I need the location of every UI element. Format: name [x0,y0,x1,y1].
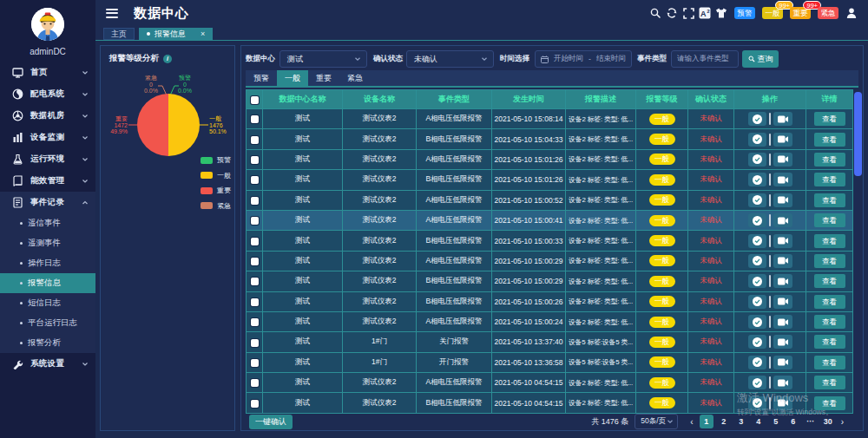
level-badge-button[interactable]: 重要99+ [790,7,811,19]
video-action-button[interactable] [773,234,792,248]
tab[interactable]: 重要 [308,70,339,86]
video-action-button[interactable] [773,153,792,167]
view-detail-button[interactable]: 查看 [814,234,845,248]
sidebar-menu-item[interactable]: 数据机房 [0,105,95,127]
view-detail-button[interactable]: 查看 [814,213,845,227]
search-icon[interactable] [649,7,661,19]
row-checkbox[interactable] [251,197,259,205]
page-number-button[interactable]: 5 [769,415,783,428]
confirm-action-button[interactable] [748,234,766,248]
scrollbar-thumb[interactable] [854,92,862,176]
sidebar-submenu-item[interactable]: 报警分析 [0,333,95,353]
sidebar-submenu-item[interactable]: 遥测事件 [0,233,95,253]
confirm-status-select[interactable]: 未确认 [406,50,494,68]
page-number-button[interactable]: ··· [804,415,818,428]
confirm-action-button[interactable] [748,153,766,167]
view-detail-button[interactable]: 查看 [814,356,845,369]
row-checkbox[interactable] [251,217,259,225]
row-checkbox[interactable] [251,400,259,408]
sidebar-menu-item-events[interactable]: 事件记录 [0,192,95,213]
confirm-action-button[interactable] [748,133,766,147]
confirm-action-button[interactable] [748,315,766,329]
confirm-action-button[interactable] [748,213,766,227]
sidebar-menu-item[interactable]: 首页 [0,62,95,83]
close-icon[interactable]: × [201,29,205,40]
video-action-button[interactable] [773,376,792,389]
page-number-button[interactable]: 2 [717,415,731,428]
legend-item[interactable]: 重要 [201,186,231,195]
confirm-all-button[interactable]: 一键确认 [249,415,293,429]
legend-item[interactable]: 一般 [201,171,231,180]
sidebar-menu-item[interactable]: 设备监测 [0,127,95,148]
confirm-action-button[interactable] [748,112,766,126]
level-badge-button[interactable]: 紧急 [818,7,838,19]
video-action-button[interactable] [773,274,792,288]
page-number-button[interactable]: 4 [752,415,766,428]
view-detail-button[interactable]: 查看 [814,335,845,349]
row-checkbox[interactable] [251,136,259,144]
scrollbar[interactable] [854,89,862,413]
video-action-button[interactable] [773,133,792,147]
view-detail-button[interactable]: 查看 [814,376,845,389]
video-action-button[interactable] [773,295,792,309]
date-range-input[interactable]: 开始时间 - 结束时间 [535,50,632,68]
video-action-button[interactable] [773,356,792,369]
next-page-button[interactable]: › [838,417,846,427]
video-action-button[interactable] [773,335,792,349]
confirm-action-button[interactable] [748,173,766,186]
view-detail-button[interactable]: 查看 [814,133,845,147]
confirm-action-button[interactable] [748,193,766,207]
tab[interactable]: 紧急 [339,70,371,86]
legend-item[interactable]: 紧急 [201,201,231,211]
video-action-button[interactable] [773,315,792,329]
prev-page-button[interactable]: ‹ [687,417,695,427]
sidebar-menu-item[interactable]: 运行环境 [0,148,95,170]
event-type-input[interactable]: 请输入事件类型 [671,50,739,68]
fullscreen-icon[interactable] [682,7,694,19]
level-badge-button[interactable]: 一般99+ [762,7,783,19]
level-badge-button[interactable]: 预警 [734,7,755,19]
page-number-button[interactable]: 30 [821,415,835,428]
sidebar-submenu-item[interactable]: 操作日志 [0,253,95,273]
theme-icon[interactable] [715,7,727,19]
confirm-action-button[interactable] [748,335,766,349]
view-detail-button[interactable]: 查看 [814,396,845,410]
avatar[interactable] [31,8,64,41]
video-action-button[interactable] [773,213,792,227]
confirm-action-button[interactable] [748,295,766,309]
row-checkbox[interactable] [251,238,259,245]
row-checkbox[interactable] [251,359,259,367]
row-checkbox[interactable] [251,298,259,306]
sidebar-submenu-item[interactable]: 短信日志 [0,293,95,313]
tag-home[interactable]: 主页 [103,28,135,40]
sidebar-submenu-item[interactable]: 报警信息 [0,273,95,293]
sidebar-submenu-item[interactable]: 遥信事件 [0,213,95,233]
confirm-action-button[interactable] [748,356,766,369]
sidebar-menu-item-settings[interactable]: 系统设置 [0,353,95,375]
view-detail-button[interactable]: 查看 [814,173,845,186]
view-detail-button[interactable]: 查看 [814,153,845,167]
view-detail-button[interactable]: 查看 [814,112,845,126]
sidebar-submenu-item[interactable]: 平台运行日志 [0,313,95,333]
datacenter-select[interactable]: 测试 [279,50,367,68]
video-action-button[interactable] [773,254,792,268]
sidebar-menu-item[interactable]: 能效管理 [0,170,95,192]
row-checkbox[interactable] [251,318,259,326]
video-action-button[interactable] [773,112,792,126]
hamburger-menu-icon[interactable] [106,9,118,18]
page-number-button[interactable]: 1 [700,415,713,428]
pie-disc[interactable] [137,94,200,156]
user-icon[interactable] [845,7,858,19]
row-checkbox[interactable] [251,156,259,164]
confirm-action-button[interactable] [748,396,766,410]
row-checkbox[interactable] [251,115,259,123]
view-detail-button[interactable]: 查看 [814,193,845,207]
tag-alarm-info[interactable]: 报警信息 × [139,28,213,40]
font-size-icon[interactable]: A2 [699,7,711,19]
tab[interactable]: 一般 [277,70,308,86]
confirm-action-button[interactable] [748,254,766,268]
row-checkbox[interactable] [251,379,259,387]
view-detail-button[interactable]: 查看 [814,315,845,329]
page-size-select[interactable]: 50条/页 [635,414,678,429]
page-number-button[interactable]: 6 [786,415,800,428]
